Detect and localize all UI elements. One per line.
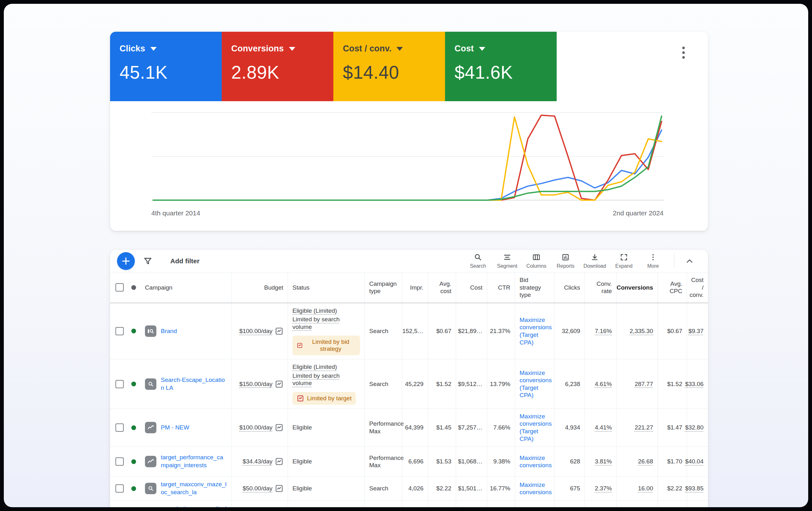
reports-tool-button[interactable]: Reports [551,252,580,270]
campaign-enabled-dot [131,381,136,386]
conv-rate: 4.61% [595,380,612,388]
add-filter-button[interactable]: Add filter [168,257,201,265]
bid-strategy-link[interactable]: Maximize conversions (Target CPA) [520,413,552,443]
segment-tool-button[interactable]: Segment [493,252,522,270]
conversions: 221.27 [635,424,653,431]
app-canvas: Clicks 45.1K Conversions 2.89K Cost / co… [4,4,808,507]
row-checkbox[interactable] [115,484,124,492]
budget-value[interactable]: $50.00/day [243,485,272,492]
header-ctr[interactable]: CTR [487,273,515,303]
header-conv-rate[interactable]: Conv. rate [585,273,616,303]
status-text: Eligible [288,447,365,476]
table-row: PM - NEW $100.00/day Eligible Performanc… [110,409,708,447]
campaign-name-link[interactable]: Search-Escape_Location LA [161,376,227,392]
header-budget[interactable]: Budget [231,273,288,303]
budget-report-icon[interactable] [275,423,283,432]
limited-warning-badge[interactable]: Limited by target [292,392,356,405]
chart-x-axis: 4th quarter 2014 2nd quarter 2024 [151,209,664,217]
campaign-name-link[interactable]: remarketing_maze_display_la [161,505,227,507]
impressions: 4,026 [402,477,428,500]
bid-strategy-warning-icon [297,395,304,402]
table-tools: Search Segment Columns [463,252,698,270]
budget-report-icon[interactable] [275,484,283,492]
bid-strategy-link[interactable]: Maximize conversions (Target CPA) [520,316,552,346]
header-campaign-type[interactable]: Campaign type [365,273,402,303]
campaign-type: Performance Max [365,447,402,476]
budget-value[interactable]: $100.00/day [239,424,272,431]
header-avg-cpc[interactable]: Avg. CPC [658,273,687,303]
more-tool-button[interactable]: More [638,252,668,270]
row-checkbox[interactable] [115,423,124,432]
avg-cpc: $1.47 [658,409,687,446]
download-tool-button[interactable]: Download [580,252,609,270]
budget-value[interactable]: $150.00/day [239,380,272,388]
table-toolbar: Add filter Search Segment [110,250,708,273]
reports-icon [561,253,570,261]
metric-card-conversions[interactable]: Conversions 2.89K [222,32,334,101]
header-impressions[interactable]: Impr. [402,273,428,303]
campaign-name-link[interactable]: PM - NEW [161,424,190,432]
bid-strategy-link[interactable]: Maximize conversions (Target CPA) [520,369,552,399]
budget-report-icon[interactable] [275,327,283,335]
filter-icon[interactable] [143,256,152,266]
select-all-checkbox[interactable] [115,283,124,291]
campaign-name-link[interactable]: target_maxconv_maze_loc_search_la [161,481,227,496]
expand-tool-button[interactable]: Expand [609,252,638,270]
row-checkbox[interactable] [115,380,124,388]
budget-value[interactable]: $100.00/day [239,328,272,335]
header-bid-strategy-type[interactable]: Bid strategy type [515,273,554,303]
bid-strategy-link[interactable]: Maximize conversions [520,506,552,507]
status-text: Eligible (Limited) [292,307,337,315]
search-campaign-icon [145,325,156,337]
header-clicks[interactable]: Clicks [554,273,585,303]
collapse-table-button[interactable] [681,252,698,270]
performance-chart-card: Clicks 45.1K Conversions 2.89K Cost / co… [110,32,708,231]
table-row: target_maxconv_maze_loc_search_la $50.00… [110,477,708,501]
campaign-name-link[interactable]: Brand [161,328,177,335]
header-conversions-sorted[interactable]: ↓ Conversions [616,273,658,303]
cost-per-conv: $0.00 [687,501,708,507]
bid-strategy-link[interactable]: Maximize conversions [520,481,552,496]
ctr: 16.77% [487,477,515,500]
header-campaign[interactable]: Campaign [141,273,231,303]
header-status[interactable]: Status [288,273,365,303]
cost: $1,501… [456,477,487,500]
chart-more-options-icon[interactable] [676,46,691,60]
x-axis-end-label: 2nd quarter 2024 [613,209,664,217]
status-detail-text: Limited by search volume [292,372,360,387]
toolbar-divider [674,254,674,268]
campaign-type: Search [365,477,402,500]
search-tool-button[interactable]: Search [463,252,493,270]
plus-icon [121,256,131,266]
avg-cost: $0.67 [428,303,456,359]
campaign-enabled-dot [131,329,136,333]
header-cost[interactable]: Cost [456,273,487,303]
cost: $7,257… [456,409,487,446]
expand-icon [620,253,628,261]
add-campaign-button[interactable] [117,252,135,270]
table-header-row: Campaign Budget Status Campaign type Imp… [110,273,708,303]
header-cost-per-conv[interactable]: Cost / conv. [687,273,708,303]
x-axis-start-label: 4th quarter 2014 [151,209,200,217]
bid-strategy-link[interactable]: Maximize conversions [520,454,552,469]
conversions: 287.77 [635,380,653,388]
cost-per-conv: $9.37 [688,328,703,335]
performance-chart [151,108,664,205]
row-checkbox[interactable] [115,457,124,466]
budget-report-icon[interactable] [275,457,283,466]
header-avg-cost[interactable]: Avg. cost [428,273,456,303]
ctr: 9.38% [487,447,515,476]
budget-value[interactable]: $34.43/day [243,458,272,465]
metric-card-cost[interactable]: Cost $41.6K [445,32,557,101]
campaign-name-link[interactable]: target_performance_campaign_interests [161,454,227,469]
budget-report-icon[interactable] [275,380,283,388]
conversions: 16.00 [638,485,653,492]
row-checkbox[interactable] [115,327,124,335]
metric-card-cost-per-conv[interactable]: Cost / conv. $14.40 [334,32,445,101]
impressions: 38 [402,501,428,507]
columns-tool-button[interactable]: Columns [522,252,551,270]
bid-strategy-warning-icon [297,342,302,349]
limited-warning-badge[interactable]: Limited by bid strategy [292,336,360,355]
cost-per-conv: $40.04 [685,458,703,465]
metric-card-clicks[interactable]: Clicks 45.1K [110,32,222,101]
